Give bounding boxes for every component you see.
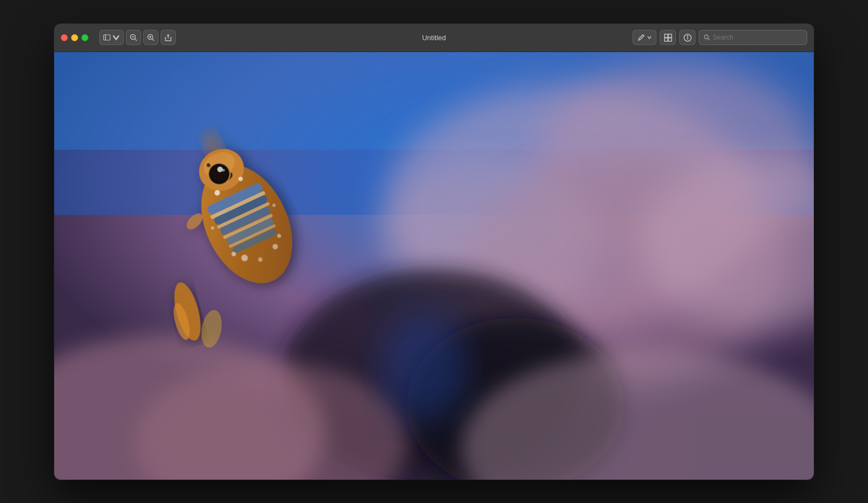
window-title: Untitled (422, 34, 446, 42)
zoom-in-icon (147, 34, 155, 41)
pen-tool-button[interactable] (633, 30, 656, 45)
search-bar[interactable] (699, 30, 807, 45)
info-button[interactable] (679, 30, 695, 45)
svg-point-18 (705, 35, 709, 39)
toolbar-left (99, 30, 176, 45)
sidebar-icon (103, 34, 111, 41)
chevron-down-icon (112, 34, 120, 41)
fish-scene (54, 52, 814, 480)
zoom-in-button[interactable] (143, 30, 158, 45)
search-input[interactable] (713, 34, 802, 41)
maximize-button[interactable] (81, 34, 88, 41)
svg-line-4 (135, 39, 137, 41)
sidebar-toggle-button[interactable] (99, 30, 124, 45)
zoom-out-button[interactable] (126, 30, 141, 45)
svg-point-17 (687, 35, 687, 36)
pen-chevron-icon (647, 35, 652, 40)
svg-rect-11 (665, 34, 668, 37)
share-icon (164, 34, 172, 41)
toolbar-right (633, 30, 807, 45)
close-button[interactable] (61, 34, 68, 41)
info-icon (684, 34, 692, 42)
pen-icon (637, 34, 645, 41)
svg-rect-13 (665, 38, 668, 41)
grid-icon (664, 34, 672, 42)
svg-point-33 (380, 313, 467, 421)
zoom-out-icon (130, 34, 137, 41)
svg-rect-14 (668, 38, 672, 41)
svg-line-10 (643, 35, 644, 36)
search-icon (704, 34, 710, 41)
minimize-button[interactable] (71, 34, 78, 41)
svg-rect-12 (668, 34, 672, 37)
image-area (54, 52, 814, 480)
svg-line-8 (152, 39, 155, 41)
titlebar: Untitled (54, 24, 814, 52)
share-button[interactable] (161, 30, 176, 45)
svg-rect-0 (104, 35, 110, 40)
traffic-lights (61, 34, 88, 41)
grid-view-button[interactable] (660, 30, 676, 45)
main-window: Untitled (54, 24, 814, 480)
svg-line-19 (708, 39, 710, 40)
